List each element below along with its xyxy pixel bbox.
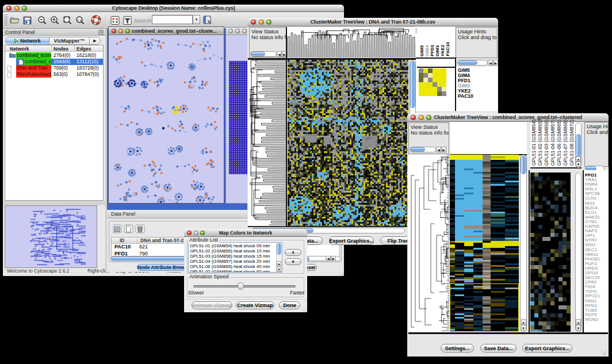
svg-text:1:1: 1:1 (77, 18, 82, 22)
